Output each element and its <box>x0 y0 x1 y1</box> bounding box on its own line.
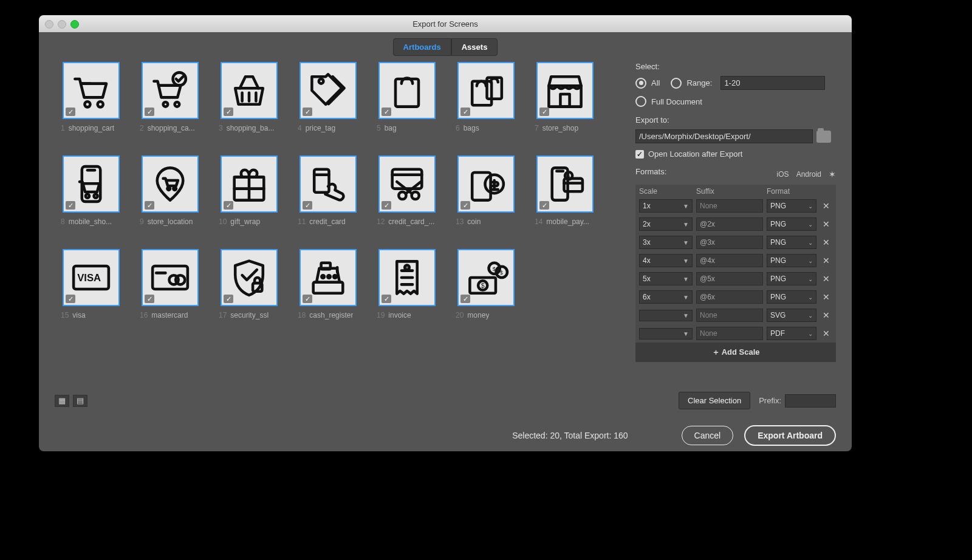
remove-format-icon[interactable]: ✕ <box>820 310 832 320</box>
format-select[interactable]: PNG⌄ <box>767 236 816 249</box>
view-grid-icon[interactable]: ▦ <box>55 395 69 407</box>
artboard-thumbnail[interactable]: ✓ <box>142 249 199 306</box>
artboard-cell[interactable]: $ ✓ 14 mobile_pay... <box>529 155 601 241</box>
svg-point-0 <box>84 101 90 107</box>
artboard-thumbnail[interactable]: ✓ <box>299 155 357 213</box>
radio-range[interactable] <box>671 78 682 89</box>
artboard-number: 14 <box>535 217 542 226</box>
close-icon[interactable] <box>45 20 53 29</box>
format-select[interactable]: PNG⌄ <box>767 199 816 213</box>
scale-select[interactable]: 3x▼ <box>639 236 693 249</box>
format-select[interactable]: PNG⌄ <box>767 272 816 285</box>
artboard-cell[interactable]: $$$ ✓ 20 money <box>450 249 522 334</box>
artboard-label: shopping_cart <box>69 124 114 132</box>
maximize-icon[interactable] <box>70 20 79 29</box>
artboard-thumbnail[interactable]: ✓ <box>63 62 120 119</box>
scale-select[interactable]: 1x▼ <box>639 199 693 213</box>
suffix-input[interactable]: @2x <box>696 217 763 231</box>
artboard-cell[interactable]: ✓ 7 store_shop <box>529 62 601 147</box>
artboard-thumbnail[interactable]: ✓ <box>299 62 357 119</box>
artboard-cell[interactable]: ✓ 18 cash_register <box>292 249 364 334</box>
artboard-cell[interactable]: ✓ 17 security_ssl <box>213 249 286 334</box>
scale-select[interactable]: 2x▼ <box>639 217 693 231</box>
scale-select[interactable]: ▼ <box>639 328 693 340</box>
format-select[interactable]: PNG⌄ <box>767 217 816 231</box>
artboard-thumbnail[interactable]: ✓ <box>142 155 199 213</box>
export-path-input[interactable] <box>635 129 813 143</box>
choose-folder-icon[interactable] <box>816 131 831 143</box>
artboard-thumbnail[interactable]: ✓ <box>536 62 594 119</box>
scale-select[interactable]: ▼ <box>639 310 693 321</box>
format-select[interactable]: PNG⌄ <box>767 290 816 304</box>
artboard-thumbnail[interactable]: ✓ <box>142 62 199 119</box>
format-select[interactable]: SVG⌄ <box>767 309 816 322</box>
formats-preset-android[interactable]: Android <box>796 170 821 179</box>
artboard-cell[interactable]: ✓ 1 shopping_cart <box>55 62 128 147</box>
suffix-input[interactable]: @5x <box>696 272 763 285</box>
remove-format-icon[interactable]: ✕ <box>820 219 832 229</box>
formats-preset-ios[interactable]: iOS <box>777 170 789 179</box>
artboard-cell[interactable]: ✓ 6 bags <box>450 62 522 147</box>
artboard-cell[interactable]: ✓ 13 coin <box>450 155 522 241</box>
artboard-cell[interactable]: ✓ 4 price_tag <box>292 62 364 147</box>
suffix-input[interactable]: None <box>696 327 763 340</box>
format-select[interactable]: PDF⌄ <box>767 327 816 340</box>
artboard-cell[interactable]: ✓ 5 bag <box>371 62 443 147</box>
clear-selection-button[interactable]: Clear Selection <box>679 392 750 409</box>
artboard-thumbnail[interactable]: VISA ✓ <box>63 249 120 306</box>
artboard-thumbnail[interactable]: ✓ <box>299 249 357 306</box>
suffix-input[interactable]: None <box>696 199 763 213</box>
radio-all[interactable] <box>635 78 646 89</box>
artboard-thumbnail[interactable]: ✓ <box>221 62 278 119</box>
remove-format-icon[interactable]: ✕ <box>820 292 832 302</box>
scale-select[interactable]: 5x▼ <box>639 272 693 285</box>
artboard-cell[interactable]: $ ✓ 19 invoice <box>371 249 443 334</box>
artboard-cell[interactable]: ✓ 8 mobile_sho... <box>55 155 128 241</box>
export-artboard-button[interactable]: Export Artboard <box>744 425 836 446</box>
open-after-export-checkbox[interactable]: ✓ <box>635 150 644 159</box>
view-list-icon[interactable]: ▤ <box>73 395 87 407</box>
artboard-thumbnail[interactable]: $ ✓ <box>536 155 594 213</box>
artboard-cell[interactable]: ✓ 3 shopping_ba... <box>213 62 286 147</box>
artboard-cell[interactable]: ✓ 12 credit_card_... <box>371 155 443 241</box>
remove-format-icon[interactable]: ✕ <box>820 274 832 284</box>
artboard-cell[interactable]: ✓ 11 credit_card <box>292 155 364 241</box>
prefix-input[interactable] <box>785 394 836 408</box>
minimize-icon[interactable] <box>58 20 66 29</box>
scale-select[interactable]: 6x▼ <box>639 290 693 304</box>
artboard-thumbnail[interactable]: $ ✓ <box>378 249 436 306</box>
tab-assets[interactable]: Assets <box>451 38 498 56</box>
artboard-cell[interactable]: ✓ 16 mastercard <box>134 249 207 334</box>
artboard-thumbnail[interactable]: ✓ <box>221 249 278 306</box>
artboard-cell[interactable]: ✓ 2 shopping_ca... <box>134 62 207 147</box>
scale-select[interactable]: 4x▼ <box>639 254 693 267</box>
remove-format-icon[interactable]: ✕ <box>820 256 832 265</box>
remove-format-icon[interactable]: ✕ <box>820 201 832 211</box>
suffix-input[interactable]: None <box>696 309 763 322</box>
artboard-thumbnail[interactable]: ✓ <box>63 155 120 213</box>
formats-settings-icon[interactable]: ✶ <box>829 169 836 179</box>
suffix-input[interactable]: @3x <box>696 236 763 249</box>
format-select[interactable]: PNG⌄ <box>767 254 816 267</box>
artboard-thumbnail[interactable]: $$$ ✓ <box>457 249 515 306</box>
artboard-thumbnail[interactable]: ✓ <box>378 62 436 119</box>
artboard-cell[interactable]: ✓ 9 store_location <box>134 155 207 241</box>
range-input[interactable] <box>720 76 825 90</box>
suffix-input[interactable]: @6x <box>696 290 763 304</box>
remove-format-icon[interactable]: ✕ <box>820 237 832 247</box>
remove-format-icon[interactable]: ✕ <box>820 329 832 338</box>
artboard-number: 18 <box>298 311 306 319</box>
artboard-thumbnail[interactable]: ✓ <box>221 155 278 213</box>
tab-artboards[interactable]: Artboards <box>393 38 451 56</box>
artboard-thumbnail[interactable]: ✓ <box>378 155 436 213</box>
artboard-thumbnail[interactable]: ✓ <box>457 155 515 213</box>
svg-point-5 <box>319 79 324 84</box>
radio-full-document[interactable] <box>635 96 646 107</box>
svg-rect-32 <box>313 282 343 293</box>
cancel-button[interactable]: Cancel <box>682 426 734 445</box>
suffix-input[interactable]: @4x <box>696 254 763 267</box>
artboard-cell[interactable]: VISA ✓ 15 visa <box>55 249 128 334</box>
artboard-cell[interactable]: ✓ 10 gift_wrap <box>213 155 286 241</box>
artboard-thumbnail[interactable]: ✓ <box>457 62 515 119</box>
add-scale-button[interactable]: ＋ Add Scale <box>635 343 836 362</box>
